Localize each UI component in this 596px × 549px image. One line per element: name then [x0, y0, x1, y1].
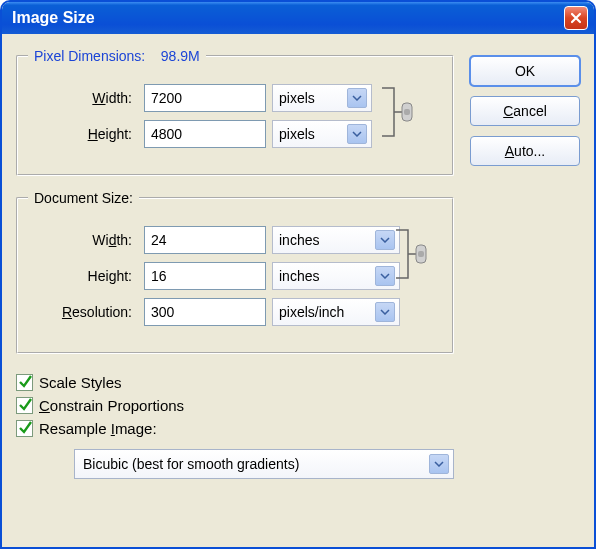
constrain-proportions-checkbox[interactable]: Constrain Proportions	[16, 397, 580, 414]
checkbox-icon	[16, 374, 33, 391]
close-button[interactable]	[564, 6, 588, 30]
chevron-down-icon	[347, 124, 367, 144]
doc-width-unit-select[interactable]: inches	[272, 226, 400, 254]
chevron-down-icon	[375, 230, 395, 250]
close-icon	[570, 12, 582, 24]
image-size-dialog: Image Size Pixel Dimensions: 98.9M Width…	[0, 0, 596, 549]
resample-method-select[interactable]: Bicubic (best for smooth gradients)	[74, 449, 454, 479]
doc-height-label: Height:	[28, 268, 138, 284]
doc-height-input[interactable]	[144, 262, 266, 290]
px-height-input[interactable]	[144, 120, 266, 148]
px-height-label: Height:	[28, 126, 138, 142]
doc-width-input[interactable]	[144, 226, 266, 254]
chevron-down-icon	[375, 302, 395, 322]
resample-image-checkbox[interactable]: Resample Image:	[16, 420, 580, 437]
doc-height-unit-select[interactable]: inches	[272, 262, 400, 290]
checkbox-icon	[16, 397, 33, 414]
cancel-button[interactable]: Cancel	[470, 96, 580, 126]
resolution-unit-select[interactable]: pixels/inch	[272, 298, 400, 326]
scale-styles-checkbox[interactable]: Scale Styles	[16, 374, 580, 391]
checkbox-icon	[16, 420, 33, 437]
px-width-label: Width:	[28, 90, 138, 106]
auto-button[interactable]: Auto...	[470, 136, 580, 166]
resolution-label: Resolution:	[28, 304, 138, 320]
doc-width-label: Width:	[28, 232, 138, 248]
dialog-title: Image Size	[12, 9, 95, 27]
chevron-down-icon	[375, 266, 395, 286]
px-width-input[interactable]	[144, 84, 266, 112]
chevron-down-icon	[429, 454, 449, 474]
ok-button[interactable]: OK	[470, 56, 580, 86]
px-width-unit-select[interactable]: pixels	[272, 84, 372, 112]
chevron-down-icon	[347, 88, 367, 108]
document-size-group: Document Size: Width: inches H	[16, 190, 454, 354]
pixel-dimensions-legend: Pixel Dimensions: 98.9M	[28, 48, 206, 64]
px-height-unit-select[interactable]: pixels	[272, 120, 372, 148]
document-size-legend: Document Size:	[28, 190, 139, 206]
resolution-input[interactable]	[144, 298, 266, 326]
title-bar: Image Size	[2, 2, 594, 34]
pixel-dimensions-group: Pixel Dimensions: 98.9M Width: pixels	[16, 48, 454, 176]
